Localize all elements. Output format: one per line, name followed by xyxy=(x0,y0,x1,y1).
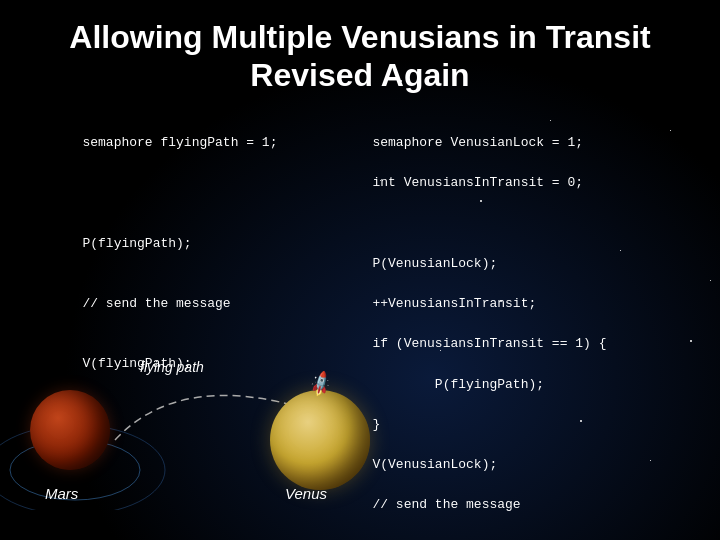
left-line3: P(flyingPath); xyxy=(82,236,191,251)
right-line9: V(VenusianLock); xyxy=(372,457,497,472)
right-line6: if (VenusiansInTransit == 1) { xyxy=(372,336,606,351)
left-line1: semaphore flyingPath = 1; xyxy=(82,135,277,150)
right-line7: P(flyingPath); xyxy=(372,377,544,392)
right-line8: } xyxy=(372,417,380,432)
left-line4: // send the message xyxy=(82,296,230,311)
left-code-column: semaphore flyingPath = 1; P(flyingPath);… xyxy=(20,113,300,540)
right-line4: P(VenusianLock); xyxy=(372,256,497,271)
right-code-block: semaphore VenusianLock = 1; int Venusian… xyxy=(310,113,700,540)
right-line5: ++VenusiansInTransit; xyxy=(372,296,536,311)
left-code-block: semaphore flyingPath = 1; P(flyingPath);… xyxy=(20,113,300,395)
right-line10: // send the message xyxy=(372,497,520,512)
left-line5: V(flyingPath); xyxy=(82,356,191,371)
right-line2: int VenusiansInTransit = 0; xyxy=(372,175,583,190)
content-area: semaphore flyingPath = 1; P(flyingPath);… xyxy=(0,105,720,540)
slide: Allowing Multiple Venusians in Transit R… xyxy=(0,0,720,540)
right-code-column: semaphore VenusianLock = 1; int Venusian… xyxy=(310,113,700,540)
right-line1: semaphore VenusianLock = 1; xyxy=(372,135,583,150)
slide-title: Allowing Multiple Venusians in Transit R… xyxy=(0,0,720,105)
